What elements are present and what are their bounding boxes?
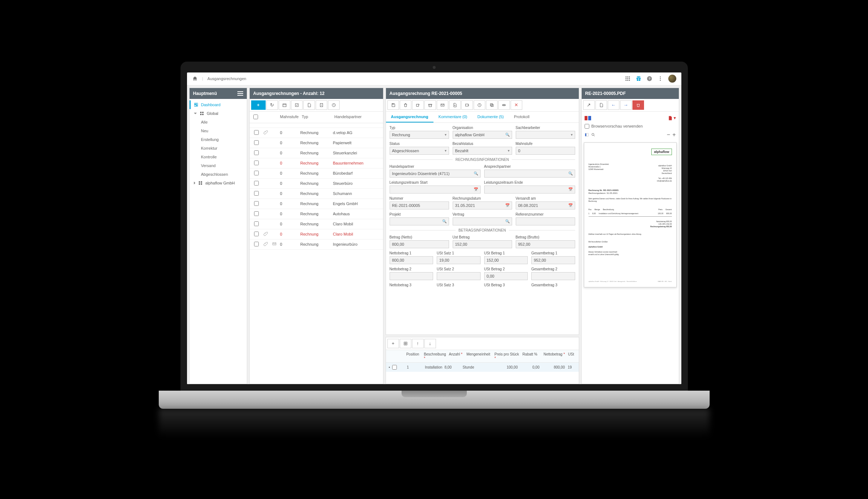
- pv-prev-button[interactable]: ←: [608, 100, 619, 110]
- clock-button[interactable]: [474, 100, 485, 110]
- row-checkbox[interactable]: [254, 242, 259, 246]
- table-row[interactable]: 0RechnungAutohaus: [250, 209, 383, 219]
- pv-file-button[interactable]: [595, 100, 607, 110]
- row-checkbox[interactable]: [254, 221, 259, 226]
- tab-dokumente[interactable]: Dokumente (5): [472, 112, 509, 122]
- pv-delete-button[interactable]: [632, 100, 644, 110]
- projekt-lookup[interactable]: 🔍: [390, 217, 449, 225]
- mahn-field[interactable]: 0: [516, 147, 575, 155]
- document-thumbnail[interactable]: αlphaflow Ingenieurbüro DüsentriebMuster…: [584, 142, 677, 287]
- expand-button[interactable]: ⇹: [498, 100, 510, 110]
- li-add-button[interactable]: +: [387, 339, 399, 348]
- us1-field[interactable]: 19,00: [437, 256, 481, 264]
- li-checkbox[interactable]: [392, 365, 397, 370]
- table-row[interactable]: 0RechnungIngenieurbüro: [250, 240, 383, 250]
- table-row[interactable]: 0RechnungPapierwelt: [250, 138, 383, 148]
- history-button[interactable]: [328, 100, 340, 110]
- hp-lookup[interactable]: Ingenieurbüro Düsentrieb (4711)🔍: [390, 170, 481, 178]
- table-row[interactable]: 0RechnungClaro Mobil: [250, 229, 383, 240]
- li-grid-button[interactable]: [400, 339, 411, 348]
- ub1-field[interactable]: 152,00: [484, 256, 528, 264]
- sidebar-item-alphaflow[interactable]: alphaflow GmbH: [190, 179, 247, 187]
- doc-button[interactable]: [316, 100, 327, 110]
- sidebar-item-versand[interactable]: Versand: [190, 161, 247, 170]
- versandt-date[interactable]: 08.08.2021📅: [516, 201, 575, 209]
- li-up-button[interactable]: ↑: [412, 339, 424, 348]
- table-row[interactable]: 0Rechnungd.velop AG: [250, 128, 383, 138]
- ust-field[interactable]: 152,00: [453, 240, 512, 248]
- sidebar-item-abgeschlossen[interactable]: Abgeschlossen: [190, 170, 247, 179]
- pv-external-button[interactable]: ↗: [583, 100, 595, 110]
- org-select[interactable]: alphaflow GmbH🔍: [453, 131, 512, 139]
- row-checkbox[interactable]: [254, 130, 259, 135]
- select-all-checkbox[interactable]: [253, 115, 258, 119]
- row-checkbox[interactable]: [254, 201, 259, 206]
- table-row[interactable]: 0RechnungEngels GmbH: [250, 199, 383, 209]
- netto-field[interactable]: 800,00: [390, 240, 449, 248]
- tab-kommentare[interactable]: Kommentare (0): [433, 112, 472, 122]
- file-button[interactable]: [303, 100, 315, 110]
- row-checkbox[interactable]: [254, 211, 259, 216]
- lzende-date[interactable]: 📅: [484, 186, 575, 194]
- row-checkbox[interactable]: [254, 191, 259, 196]
- sidebar-item-alle[interactable]: Alle: [190, 118, 247, 126]
- table-row[interactable]: 0RechnungSteuerbüro: [250, 179, 383, 189]
- avatar[interactable]: [668, 75, 676, 83]
- row-checkbox[interactable]: [254, 181, 259, 186]
- rdatum-date[interactable]: 31.05.2021📅: [453, 201, 512, 209]
- table-row[interactable]: [250, 123, 383, 128]
- status-select[interactable]: Abgeschlossen▾: [390, 147, 449, 155]
- close-button[interactable]: ✕: [511, 100, 522, 110]
- archive-button[interactable]: [424, 100, 436, 110]
- home-icon[interactable]: [192, 76, 198, 82]
- zoom-out-button[interactable]: −: [667, 132, 670, 138]
- search-icon[interactable]: [591, 133, 595, 137]
- hamburger-icon[interactable]: [237, 91, 243, 96]
- sidebar-item-korrektur[interactable]: Korrektur: [190, 144, 247, 153]
- sach-select[interactable]: ▾: [516, 131, 575, 139]
- mail-button[interactable]: [437, 100, 448, 110]
- tab-ausgangsrechnung[interactable]: Ausgangsrechnung: [386, 112, 433, 122]
- zoom-in-button[interactable]: +: [672, 132, 676, 138]
- table-row[interactable]: 0RechnungClaro Mobil: [250, 219, 383, 229]
- sidebar-item-erstellung[interactable]: Erstellung: [190, 135, 247, 144]
- li-down-button[interactable]: ↓: [424, 339, 436, 348]
- refresh-button[interactable]: ↻: [266, 100, 278, 110]
- ref-field[interactable]: [516, 217, 575, 225]
- gb2-field[interactable]: [531, 272, 575, 280]
- table-row[interactable]: 0RechnungBauunternehmen: [250, 158, 383, 169]
- us2-field[interactable]: [437, 272, 481, 280]
- table-row[interactable]: 0RechnungSchumann: [250, 189, 383, 199]
- delete-button[interactable]: [400, 100, 411, 110]
- pv-next-button[interactable]: →: [620, 100, 632, 110]
- help-icon[interactable]: ?: [647, 76, 652, 82]
- apps-icon[interactable]: [625, 76, 631, 82]
- brutto-field[interactable]: 952,00: [516, 240, 575, 248]
- sidebar-item-dashboard[interactable]: Dashboard: [190, 100, 247, 109]
- ub2-field[interactable]: 0,00: [484, 272, 528, 280]
- row-checkbox[interactable]: [254, 171, 259, 175]
- add-button[interactable]: +: [251, 100, 266, 110]
- table-row[interactable]: 0RechnungSteuerkanzlei: [250, 148, 383, 158]
- row-checkbox[interactable]: [254, 161, 259, 165]
- vertrag-lookup[interactable]: 🔍: [453, 217, 512, 225]
- bezahl-select[interactable]: Bezahlt▾: [453, 147, 512, 155]
- save-button[interactable]: [387, 100, 399, 110]
- table-row[interactable]: 0RechnungBürobedarf: [250, 169, 383, 179]
- row-checkbox[interactable]: [254, 150, 259, 155]
- sidebar-icon[interactable]: [585, 133, 589, 137]
- browser-preview-checkbox[interactable]: Browservorschau verwenden: [585, 124, 643, 129]
- gift-icon[interactable]: [636, 76, 641, 82]
- typ-select[interactable]: Rechnung▾: [390, 131, 449, 139]
- row-checkbox[interactable]: [254, 232, 259, 236]
- nb2-field[interactable]: [390, 272, 433, 280]
- lzstart-date[interactable]: 📅: [390, 186, 481, 194]
- more-icon[interactable]: [657, 76, 663, 82]
- nummer-field[interactable]: RE-2021-00005: [390, 201, 449, 209]
- tab-protokoll[interactable]: Protokoll: [509, 112, 535, 122]
- breadcrumb[interactable]: Ausgangsrechnungen: [207, 76, 246, 81]
- copy-button[interactable]: [486, 100, 498, 110]
- gb1-field[interactable]: 952,00: [531, 256, 575, 264]
- sidebar-item-kontrolle[interactable]: Kontrolle: [190, 153, 247, 161]
- sidebar-item-global[interactable]: Global: [190, 109, 247, 118]
